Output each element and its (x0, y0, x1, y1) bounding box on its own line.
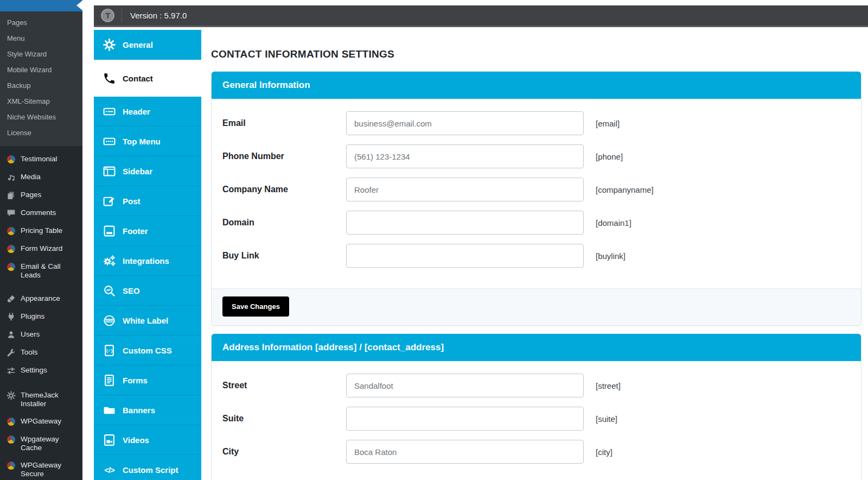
submenu-item-backup[interactable]: Backup (0, 78, 82, 93)
sidebar-item-wpgateway[interactable]: WPGateway (0, 413, 82, 431)
header-bar-icon (102, 105, 117, 118)
city-field[interactable] (346, 440, 584, 464)
tab-label: Custom Script (123, 465, 178, 475)
tab-custom-script[interactable]: </> Custom Script (94, 455, 201, 480)
video-document-icon (102, 434, 117, 446)
street-field[interactable] (346, 374, 584, 397)
tab-sidebar[interactable]: Sidebar (94, 156, 201, 186)
tab-header[interactable]: Header (94, 97, 201, 127)
field-row-buy-link: Buy Link [buylink] (222, 244, 850, 268)
tab-seo[interactable]: SEO (94, 276, 201, 306)
svg-text:{/}: {/} (106, 349, 113, 353)
field-row-domain: Domain [domain1] (222, 211, 850, 235)
sidebar-item-wpgateway-secure[interactable]: WPGateway Secure (0, 457, 82, 480)
sidebar-item-pricing-table[interactable]: Pricing Table (0, 222, 82, 240)
shortcode-label: [domain1] (596, 218, 631, 228)
panel-header: Address Information [address] / [contact… (212, 334, 861, 361)
tab-banners[interactable]: Banners (94, 395, 201, 425)
sidebar-item-form-wizard[interactable]: Form Wizard (0, 240, 82, 258)
themejack-logo-icon: T (101, 9, 114, 22)
tab-forms[interactable]: Forms (94, 365, 201, 395)
sidebar-item-wpgateway-cache[interactable]: Wpgateway Cache (0, 431, 82, 457)
submenu-item-menu[interactable]: Menu (0, 30, 82, 46)
address-information-panel: Address Information [address] / [contact… (211, 333, 861, 480)
panel-footer: Save Changes (212, 288, 861, 325)
menu-bar-icon (102, 135, 117, 148)
wp-menu-group-plugins: Testimonial Media Pages Comments Pricing… (0, 150, 82, 284)
wp-menu-group-core: Appearance Plugins Users Tools Settings (0, 290, 82, 380)
tab-label: Contact (123, 74, 153, 83)
sidebar-item-themejack-installer[interactable]: ThemeJack Installer (0, 387, 82, 413)
tab-label: Header (123, 107, 150, 116)
tab-footer[interactable]: Footer (94, 216, 201, 246)
sidebar-item-testimonial[interactable]: Testimonial (0, 150, 82, 168)
field-label: City (222, 447, 346, 457)
wp-active-menu-item[interactable] (0, 0, 82, 11)
email-field[interactable] (346, 111, 584, 135)
tab-label: White Label (123, 316, 168, 325)
pie-chart-icon (6, 435, 16, 444)
field-row-company-name: Company Name [companyname] (222, 178, 850, 201)
tab-white-label[interactable]: WWW White Label (94, 306, 201, 336)
sidebar-item-pages[interactable]: Pages (0, 186, 82, 204)
svg-text:WWW: WWW (106, 319, 113, 322)
seo-magnifier-icon (102, 285, 117, 297)
phone-field[interactable] (346, 144, 584, 168)
comment-bubble-icon (6, 209, 16, 218)
field-label: Buy Link (222, 251, 346, 261)
field-label: Suite (222, 414, 346, 424)
field-row-email: Email [email] (222, 111, 850, 135)
shortcode-label: [buylink] (596, 251, 626, 261)
submenu-item-pages[interactable]: Pages (0, 15, 82, 30)
sidebar-item-comments[interactable]: Comments (0, 204, 82, 222)
shortcode-label: [street] (596, 381, 621, 390)
submenu-item-niche-websites[interactable]: Niche Websites (0, 109, 82, 125)
topbar-divider (122, 9, 122, 23)
company-name-field[interactable] (346, 178, 584, 201)
settings-content: CONTACT INFORMATION SETTINGS General Inf… (211, 41, 861, 480)
folder-icon (102, 404, 117, 416)
tab-contact[interactable]: Contact (94, 60, 201, 97)
field-label: Phone Number (222, 151, 346, 161)
tab-general[interactable]: General (94, 30, 201, 60)
field-label: Domain (222, 218, 346, 228)
save-changes-button[interactable]: Save Changes (222, 296, 289, 317)
pages-icon (6, 191, 16, 200)
tab-integrations[interactable]: Integrations (94, 246, 201, 276)
suite-field[interactable] (346, 407, 584, 431)
tab-label: Forms (123, 376, 148, 385)
shortcode-label: [email] (596, 119, 620, 128)
pie-chart-icon (6, 155, 16, 164)
tab-videos[interactable]: Videos (94, 425, 201, 455)
tab-label: Integrations (123, 256, 169, 266)
paintbrush-icon (6, 294, 16, 304)
plug-icon (6, 312, 16, 321)
tab-top-menu[interactable]: Top Menu (94, 127, 201, 156)
sidebar-item-users[interactable]: Users (0, 326, 82, 344)
submenu-item-mobile-wizard[interactable]: Mobile Wizard (0, 62, 82, 78)
domain-field[interactable] (346, 211, 584, 235)
sidebar-item-settings[interactable]: Settings (0, 362, 82, 380)
pie-chart-icon (6, 417, 16, 426)
sidebar-item-email-call-leads[interactable]: Email & Call Leads (0, 258, 82, 284)
sidebar-item-plugins[interactable]: Plugins (0, 308, 82, 326)
buy-link-field[interactable] (346, 244, 584, 268)
general-information-panel: General Information Email [email] Phone … (211, 71, 861, 326)
pie-chart-icon (6, 244, 16, 254)
wp-menu-group-extra: ThemeJack Installer WPGateway Wpgateway … (0, 387, 82, 480)
tab-label: Sidebar (123, 167, 152, 176)
sidebar-item-tools[interactable]: Tools (0, 344, 82, 362)
submenu-item-style-wizard[interactable]: Style Wizard (0, 46, 82, 62)
shortcode-label: [phone] (596, 152, 623, 161)
sidebar-item-media[interactable]: Media (0, 168, 82, 186)
sidebar-item-appearance[interactable]: Appearance (0, 290, 82, 308)
tab-custom-css[interactable]: {/} Custom CSS (94, 336, 201, 365)
code-icon: </> (102, 465, 117, 475)
submenu-item-xml-sitemap[interactable]: XML-Sitemap (0, 93, 82, 109)
phone-icon (102, 72, 117, 85)
settings-tab-nav: General Contact Header Top Menu Sidebar … (94, 30, 201, 480)
footer-bar-icon (102, 225, 117, 237)
submenu-item-license[interactable]: License (0, 125, 82, 141)
gears-icon (102, 254, 117, 267)
tab-post[interactable]: Post (94, 186, 201, 216)
